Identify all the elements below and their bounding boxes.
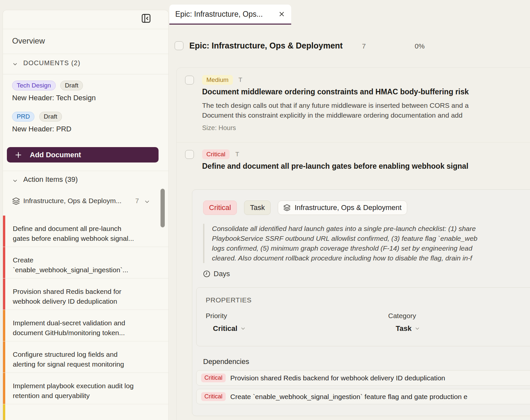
panel-collapse-icon [141,13,151,24]
action-item-text: Define and document all pre-launch [13,224,159,234]
action-item-text: Provision shared Redis backend for [13,287,159,296]
action-item-text: alerting for signal request monitoring [13,359,159,369]
sidebar: Overview DOCUMENTS (2) Tech Design Draft… [3,10,169,420]
category-select[interactable]: Task [396,324,420,333]
sidebar-scrollbar-thumb[interactable] [161,189,165,227]
effort-label: Days [214,270,230,278]
action-items-section-header[interactable]: Action Items (39) [3,175,168,191]
category-badge: Task [244,200,271,215]
priority-bar [3,247,5,278]
action-item-text: `enable_webhook_signal_ingestion`... [13,265,159,275]
epic-tag-pill[interactable]: Infrastructure, Ops & Deployment [278,200,407,215]
doc-title: New Header: PRD [12,125,168,133]
layers-icon [283,204,291,211]
dependency-row[interactable]: Critical Create `enable_webhook_signal_i… [196,389,530,404]
add-document-button[interactable]: Add Document [7,147,159,162]
priority-badge: Medium [202,75,233,85]
task-badge-row: Critical T [202,149,239,159]
priority-badge: Critical [202,149,230,159]
task-title: Document middleware ordering constraints… [202,87,530,96]
priority-badge: Critical [203,200,237,215]
tab-epic-infrastructure[interactable]: Epic: Infrastructure, Ops... [169,5,291,25]
action-item-text: gates before enabling webhook signal... [13,234,159,243]
action-item-text: document GitHub/monitoring token... [13,328,159,338]
doc-type-badge: Tech Design [12,81,56,90]
clock-icon [203,270,210,277]
epic-title: Epic: Infrastructure, Ops & Deployment [189,41,343,50]
dependency-row[interactable]: Critical Provision shared Redis backend … [196,370,530,386]
task-description-line: The tech design calls out that if any fu… [202,101,530,110]
chevron-down-icon [240,326,246,332]
action-item-text: Create [13,255,159,265]
collapse-sidebar-button[interactable] [139,11,154,26]
epic-group-row[interactable]: Infrastructure, Ops & Deploym... 7 [3,196,168,207]
action-item[interactable] [3,404,168,420]
dependency-title: Provision shared Redis backend for webho… [230,374,445,382]
priority-bar [3,404,5,420]
epic-group-label: Infrastructure, Ops & Deploym... [23,197,122,205]
task-type-letter: T [236,151,239,158]
priority-bar [3,216,5,247]
effort-row: Days [203,270,230,278]
task-checkbox[interactable] [185,76,194,85]
task-detail-panel: Critical Task Infrastructure, Ops & Depl… [192,189,530,416]
quote-line: Consolidate all identified hard launch g… [212,224,530,234]
quote-line: PlaybookService SSRF outbound URL allowl… [212,234,530,243]
priority-bar [3,278,5,310]
document-card-prd[interactable]: PRD Draft New Header: PRD [12,112,168,133]
doc-status-badge: Draft [39,112,62,122]
task-description-line: Document this constraint explicitly in t… [202,110,530,120]
sidebar-item-overview[interactable]: Overview [3,29,168,54]
detail-badge-row: Critical Task Infrastructure, Ops & Depl… [203,200,407,215]
chevron-down-icon [414,326,420,332]
documents-header-label: DOCUMENTS (2) [23,59,81,67]
doc-type-badge: PRD [12,112,34,122]
tab-title: Epic: Infrastructure, Ops... [175,10,263,19]
divider [3,74,168,74]
task-badge-row: Medium T [202,75,242,85]
action-item-text: Implement dual-secret validation and [13,318,159,328]
documents-section-header[interactable]: DOCUMENTS (2) [3,59,168,75]
chevron-down-icon [12,178,18,184]
dependencies-header: Dependencies [203,357,249,366]
dependency-priority-badge: Critical [201,373,226,382]
divider [177,142,530,143]
action-items-header-label: Action Items (39) [23,175,78,184]
category-select-value: Task [396,324,412,333]
divider [3,54,168,54]
action-item[interactable]: Implement dual-secret validation anddocu… [3,310,168,341]
action-item-text: Configure structured log fields and [13,350,159,359]
action-item[interactable]: Provision shared Redis backend forwebhoo… [3,278,168,310]
doc-title: New Header: Tech Design [12,94,168,102]
quote-line: logs confirmed, (5) minimum graph covera… [212,243,530,253]
task-checkbox[interactable] [185,150,194,159]
action-item[interactable]: Define and document all pre-launchgates … [3,216,168,247]
plus-icon [14,151,23,159]
document-card-tech-design[interactable]: Tech Design Draft New Header: Tech Desig… [12,81,168,102]
action-item[interactable]: Configure structured log fields andalert… [3,341,168,373]
task-description-quote: Consolidate all identified hard launch g… [203,224,530,263]
chevron-down-icon [144,199,150,205]
priority-bar [3,341,5,372]
action-item[interactable]: Create`enable_webhook_signal_ingestion`.… [3,247,168,278]
priority-select[interactable]: Critical [213,324,246,333]
priority-label: Priority [206,312,227,320]
priority-bar [3,373,5,404]
priority-bar [3,310,5,341]
add-document-label: Add Document [30,151,81,159]
task-title: Define and document all pre-launch gates… [202,162,530,171]
quote-line: cleared. Also document rollback procedur… [212,253,530,263]
action-item-text: retention and queryability [13,391,159,401]
epic-checkbox[interactable] [175,41,183,50]
task-list-container: Medium T Document middleware ordering co… [176,67,530,420]
epic-progress-percent: 0% [415,42,425,50]
properties-header: PROPERTIES [206,296,252,304]
action-item-text: webhook delivery ID deduplication [13,296,159,306]
action-items-list: Define and document all pre-launchgates … [3,216,168,420]
app-screen: Overview DOCUMENTS (2) Tech Design Draft… [0,0,530,420]
dependency-title: Create `enable_webhook_signal_ingestion`… [230,393,467,401]
action-item[interactable]: Implement playbook execution audit logre… [3,373,168,404]
doc-status-badge: Draft [60,81,83,90]
properties-box: PROPERTIES Priority Critical Category Ta… [196,287,530,346]
tab-close-button[interactable] [278,10,285,18]
